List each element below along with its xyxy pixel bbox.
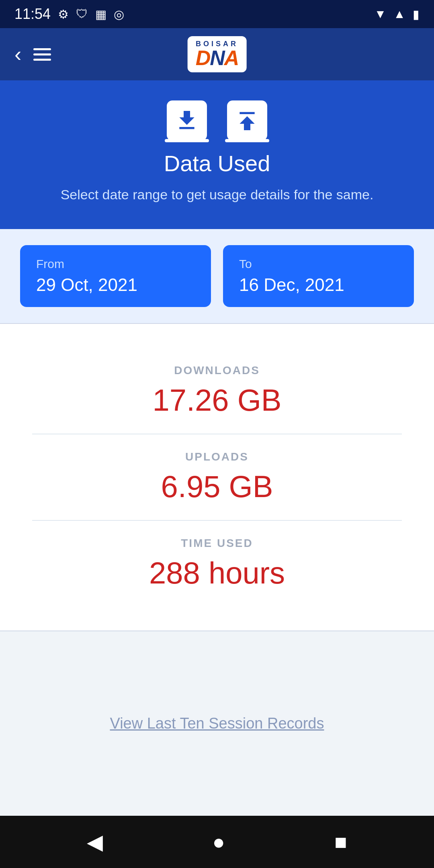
download-arrow-icon xyxy=(174,108,200,133)
hero-section: Data Used Select date range to get usage… xyxy=(0,80,434,229)
wifi-icon: ▼ xyxy=(375,7,387,21)
uploads-stat: UPLOADS 6.95 GB xyxy=(32,434,402,521)
downloads-stat: DOWNLOADS 17.26 GB xyxy=(32,348,402,434)
bottom-nav-bar: ◀ ● ■ xyxy=(0,816,434,868)
session-records-link[interactable]: View Last Ten Session Records xyxy=(110,715,324,732)
to-value: 16 Dec, 2021 xyxy=(239,275,398,295)
time-used-stat: TIME USED 288 hours xyxy=(32,521,402,606)
download-icon xyxy=(167,100,207,141)
hero-icons xyxy=(165,100,269,142)
shield-icon: 🛡 xyxy=(76,7,88,21)
from-value: 29 Oct, 2021 xyxy=(36,275,195,295)
settings-icon: ⚙ xyxy=(58,7,69,21)
date-range-section: From 29 Oct, 2021 To 16 Dec, 2021 xyxy=(0,229,434,323)
upload-icon-group xyxy=(225,100,269,142)
link-section: View Last Ten Session Records xyxy=(0,631,434,816)
nav-home-button[interactable]: ● xyxy=(213,830,225,854)
card-icon: ▦ xyxy=(95,7,106,21)
status-time: 11:54 xyxy=(14,6,51,23)
circle-icon: ◎ xyxy=(114,7,124,21)
from-label: From xyxy=(36,257,195,271)
downloads-value: 17.26 GB xyxy=(152,383,281,418)
uploads-label: UPLOADS xyxy=(185,450,249,463)
nav-back-button[interactable]: ◀ xyxy=(87,830,103,854)
status-right-icons: ▼ ▲ ▮ xyxy=(375,7,420,21)
hero-title: Data Used xyxy=(164,150,270,176)
to-label: To xyxy=(239,257,398,271)
status-left: 11:54 ⚙ 🛡 ▦ ◎ xyxy=(14,6,124,23)
from-date-button[interactable]: From 29 Oct, 2021 xyxy=(20,245,211,307)
app-logo: BOISAR DNA xyxy=(188,36,247,72)
battery-icon: ▮ xyxy=(413,7,420,21)
uploads-value: 6.95 GB xyxy=(161,469,273,504)
time-used-value: 288 hours xyxy=(149,555,285,590)
signal-icon: ▲ xyxy=(393,7,405,21)
downloads-label: DOWNLOADS xyxy=(174,364,260,377)
stats-section: DOWNLOADS 17.26 GB UPLOADS 6.95 GB TIME … xyxy=(0,324,434,631)
upload-icon xyxy=(227,100,267,141)
upload-arrow-icon xyxy=(234,108,260,133)
nav-bar: ‹ BOISAR DNA xyxy=(0,28,434,80)
logo-main-text: DNA xyxy=(196,47,239,68)
to-date-button[interactable]: To 16 Dec, 2021 xyxy=(223,245,414,307)
download-icon-group xyxy=(165,100,209,142)
hero-subtitle: Select date range to get usage details f… xyxy=(61,184,374,205)
status-bar: 11:54 ⚙ 🛡 ▦ ◎ ▼ ▲ ▮ xyxy=(0,0,434,28)
nav-recent-button[interactable]: ■ xyxy=(334,830,347,854)
menu-button[interactable] xyxy=(33,48,51,61)
time-used-label: TIME USED xyxy=(181,537,253,550)
back-button[interactable]: ‹ xyxy=(14,42,21,66)
